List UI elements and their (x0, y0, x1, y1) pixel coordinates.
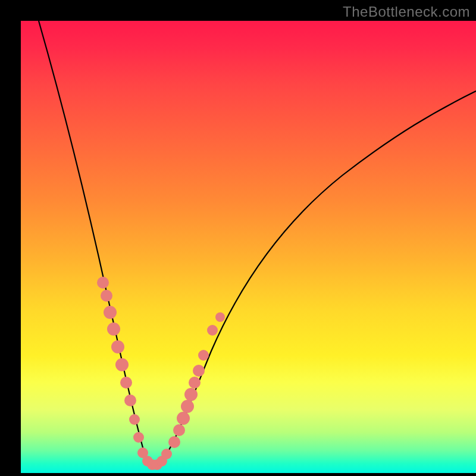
marker-singletons (207, 312, 225, 336)
data-marker (168, 436, 180, 448)
data-marker (104, 306, 117, 319)
data-marker (133, 432, 144, 443)
data-marker (189, 377, 201, 389)
marker-cluster-apex (137, 447, 172, 470)
data-marker (173, 424, 185, 436)
bottleneck-curve (39, 21, 476, 466)
data-marker (101, 290, 112, 302)
data-marker (181, 400, 194, 413)
bottleneck-curve-svg (21, 21, 476, 473)
data-marker (177, 412, 190, 425)
data-marker (97, 277, 109, 289)
data-marker (120, 377, 132, 389)
marker-cluster-left (97, 277, 144, 443)
data-marker (111, 340, 124, 353)
data-marker (198, 350, 209, 361)
data-marker (129, 414, 140, 425)
data-marker (184, 388, 198, 401)
data-marker (115, 358, 129, 371)
data-marker (161, 449, 172, 459)
watermark-text: TheBottleneck.com (343, 4, 470, 20)
data-marker (107, 322, 120, 336)
marker-cluster-right (168, 350, 209, 448)
chart-frame: TheBottleneck.com (0, 0, 476, 476)
data-marker (193, 365, 205, 377)
data-marker (124, 394, 136, 406)
data-marker (207, 325, 218, 336)
data-marker (215, 312, 225, 322)
plot-area (21, 21, 476, 473)
